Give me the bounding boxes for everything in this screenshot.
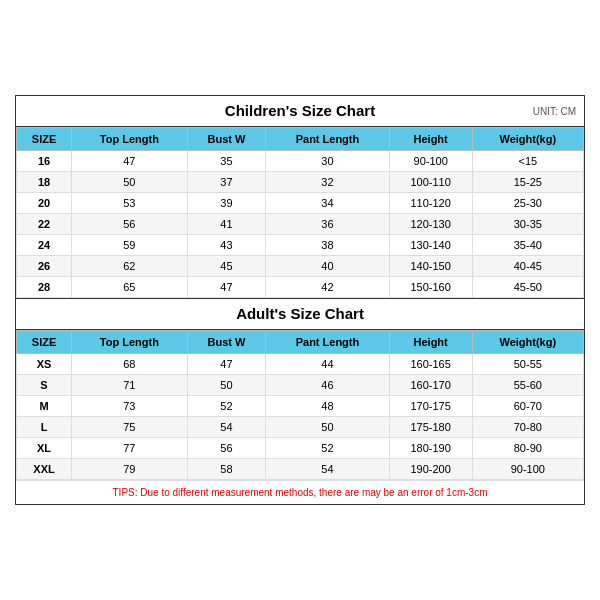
table-cell: 20 [17,193,72,214]
adult-col-height: Height [389,331,472,354]
table-cell: 58 [187,459,266,480]
table-cell: 15-25 [472,172,583,193]
table-row: XXL795854190-20090-100 [17,459,584,480]
table-row: 1647353090-100<15 [17,151,584,172]
adult-header-row: SIZE Top Length Bust W Pant Length Heigh… [17,331,584,354]
table-row: XL775652180-19080-90 [17,438,584,459]
table-cell: 90-100 [472,459,583,480]
table-cell: 22 [17,214,72,235]
children-col-size: SIZE [17,128,72,151]
table-cell: 56 [72,214,188,235]
table-cell: 180-190 [389,438,472,459]
table-cell: XS [17,354,72,375]
adult-col-top-length: Top Length [72,331,188,354]
table-cell: 77 [72,438,188,459]
table-row: 18503732100-11015-25 [17,172,584,193]
tips-text: TIPS: Due to different measurement metho… [24,487,576,498]
table-cell: 73 [72,396,188,417]
children-col-bust-w: Bust W [187,128,266,151]
children-col-weight: Weight(kg) [472,128,583,151]
table-cell: 170-175 [389,396,472,417]
table-cell: 40-45 [472,256,583,277]
table-cell: 52 [187,396,266,417]
table-cell: 47 [187,277,266,298]
table-cell: 160-165 [389,354,472,375]
children-header-row: SIZE Top Length Bust W Pant Length Heigh… [17,128,584,151]
table-cell: 35 [187,151,266,172]
table-cell: S [17,375,72,396]
table-cell: 37 [187,172,266,193]
table-cell: L [17,417,72,438]
table-cell: 45-50 [472,277,583,298]
table-cell: 130-140 [389,235,472,256]
table-cell: 32 [266,172,389,193]
table-row: 22564136120-13030-35 [17,214,584,235]
table-cell: 30 [266,151,389,172]
table-cell: 44 [266,354,389,375]
table-row: 28654742150-16045-50 [17,277,584,298]
table-cell: 60-70 [472,396,583,417]
adult-col-weight: Weight(kg) [472,331,583,354]
table-cell: 48 [266,396,389,417]
adult-tbody: XS684744160-16550-55S715046160-17055-60M… [17,354,584,480]
table-cell: 100-110 [389,172,472,193]
adult-thead: SIZE Top Length Bust W Pant Length Heigh… [17,331,584,354]
table-row: L755450175-18070-80 [17,417,584,438]
table-cell: 16 [17,151,72,172]
table-cell: XL [17,438,72,459]
children-title-row: Children's Size Chart UNIT: CM [16,96,584,127]
table-cell: XXL [17,459,72,480]
table-cell: 140-150 [389,256,472,277]
table-row: S715046160-17055-60 [17,375,584,396]
table-cell: 26 [17,256,72,277]
table-cell: 46 [266,375,389,396]
table-cell: M [17,396,72,417]
table-cell: 39 [187,193,266,214]
table-cell: 70-80 [472,417,583,438]
table-row: XS684744160-16550-55 [17,354,584,375]
table-cell: 38 [266,235,389,256]
adult-col-bust-w: Bust W [187,331,266,354]
table-cell: 50 [266,417,389,438]
table-cell: 24 [17,235,72,256]
table-cell: 80-90 [472,438,583,459]
table-cell: 90-100 [389,151,472,172]
table-cell: 43 [187,235,266,256]
table-cell: 28 [17,277,72,298]
table-cell: 68 [72,354,188,375]
table-cell: 36 [266,214,389,235]
children-title: Children's Size Chart [225,102,375,119]
table-cell: 50-55 [472,354,583,375]
table-cell: 40 [266,256,389,277]
table-cell: 47 [187,354,266,375]
children-thead: SIZE Top Length Bust W Pant Length Heigh… [17,128,584,151]
table-cell: 50 [72,172,188,193]
size-chart: Children's Size Chart UNIT: CM SIZE Top … [15,95,585,505]
children-table: SIZE Top Length Bust W Pant Length Heigh… [16,127,584,298]
table-cell: 53 [72,193,188,214]
adult-col-pant-length: Pant Length [266,331,389,354]
table-cell: 79 [72,459,188,480]
table-cell: 50 [187,375,266,396]
table-cell: 52 [266,438,389,459]
table-cell: 41 [187,214,266,235]
table-cell: 59 [72,235,188,256]
children-tbody: 1647353090-100<1518503732100-11015-25205… [17,151,584,298]
table-cell: 62 [72,256,188,277]
adult-title-row: Adult's Size Chart [16,298,584,330]
table-cell: 56 [187,438,266,459]
table-cell: 150-160 [389,277,472,298]
table-cell: 30-35 [472,214,583,235]
unit-label: UNIT: CM [533,106,576,117]
table-cell: 47 [72,151,188,172]
table-cell: 120-130 [389,214,472,235]
table-row: 24594338130-14035-40 [17,235,584,256]
table-cell: 55-60 [472,375,583,396]
tips-row: TIPS: Due to different measurement metho… [16,480,584,504]
table-cell: 110-120 [389,193,472,214]
table-cell: 18 [17,172,72,193]
table-row: 20533934110-12025-30 [17,193,584,214]
table-cell: 54 [266,459,389,480]
adult-table: SIZE Top Length Bust W Pant Length Heigh… [16,330,584,480]
children-col-height: Height [389,128,472,151]
